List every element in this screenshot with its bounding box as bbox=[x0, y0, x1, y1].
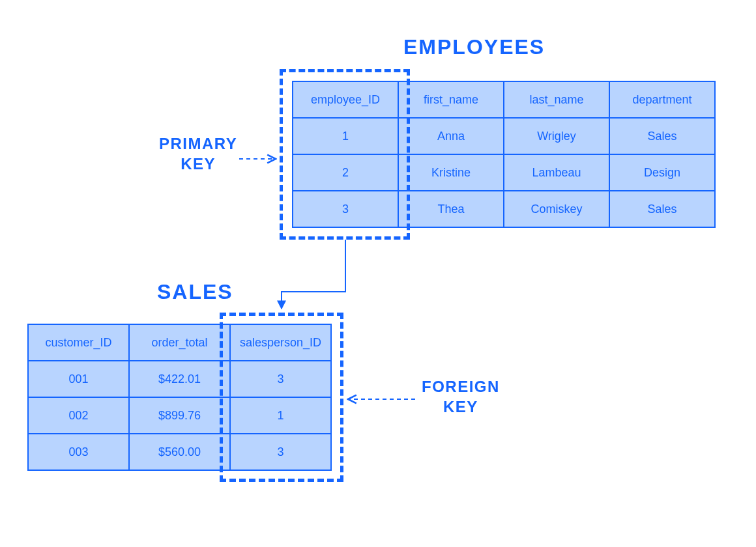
col-header: last_name bbox=[504, 81, 609, 118]
cell: Comiskey bbox=[504, 191, 609, 227]
relationship-arrow bbox=[282, 240, 345, 309]
table-row: 2 Kristine Lambeau Design bbox=[293, 154, 715, 191]
label-line: KEY bbox=[443, 398, 478, 415]
primary-key-label: PRIMARY KEY bbox=[159, 133, 237, 174]
table-row: 002 $899.76 1 bbox=[28, 397, 331, 434]
table-row: 001 $422.01 3 bbox=[28, 361, 331, 397]
col-header: first_name bbox=[398, 81, 504, 118]
cell: 003 bbox=[28, 434, 129, 470]
label-line: PRIMARY bbox=[159, 135, 237, 152]
cell: Kristine bbox=[398, 154, 504, 191]
table-header-row: customer_ID order_total salesperson_ID bbox=[28, 324, 331, 361]
cell: 3 bbox=[293, 191, 398, 227]
sales-table: customer_ID order_total salesperson_ID 0… bbox=[27, 324, 332, 471]
cell: 3 bbox=[230, 434, 331, 470]
table-row: 1 Anna Wrigley Sales bbox=[293, 118, 715, 154]
cell: Sales bbox=[609, 118, 715, 154]
cell: 1 bbox=[293, 118, 398, 154]
cell: 1 bbox=[230, 397, 331, 434]
employees-table: employee_ID first_name last_name departm… bbox=[292, 81, 716, 228]
cell: Wrigley bbox=[504, 118, 609, 154]
table-header-row: employee_ID first_name last_name departm… bbox=[293, 81, 715, 118]
cell: $560.00 bbox=[129, 434, 230, 470]
col-header: department bbox=[609, 81, 715, 118]
cell: Anna bbox=[398, 118, 504, 154]
col-header: salesperson_ID bbox=[230, 324, 331, 361]
sales-title: SALES bbox=[157, 280, 233, 304]
table-row: 003 $560.00 3 bbox=[28, 434, 331, 470]
cell: 3 bbox=[230, 361, 331, 397]
cell: 2 bbox=[293, 154, 398, 191]
col-header: order_total bbox=[129, 324, 230, 361]
cell: Design bbox=[609, 154, 715, 191]
employees-title: EMPLOYEES bbox=[403, 35, 545, 59]
cell: 001 bbox=[28, 361, 129, 397]
cell: 002 bbox=[28, 397, 129, 434]
table-row: 3 Thea Comiskey Sales bbox=[293, 191, 715, 227]
cell: $422.01 bbox=[129, 361, 230, 397]
label-line: FOREIGN bbox=[422, 378, 500, 395]
cell: Lambeau bbox=[504, 154, 609, 191]
cell: Sales bbox=[609, 191, 715, 227]
cell: $899.76 bbox=[129, 397, 230, 434]
col-header: customer_ID bbox=[28, 324, 129, 361]
col-header: employee_ID bbox=[293, 81, 398, 118]
cell: Thea bbox=[398, 191, 504, 227]
foreign-key-label: FOREIGN KEY bbox=[422, 376, 500, 417]
label-line: KEY bbox=[181, 155, 216, 173]
